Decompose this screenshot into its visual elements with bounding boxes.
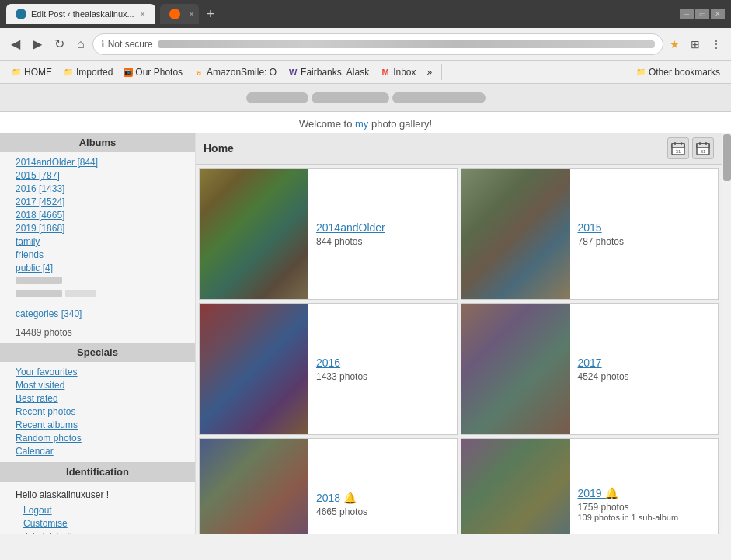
logout-link[interactable]: Logout: [23, 505, 52, 516]
album-title-link-2014[interactable]: 2014andOlder: [316, 221, 385, 234]
categories-link[interactable]: categories [340]: [16, 308, 82, 319]
album-title-link-2016[interactable]: 2016: [316, 357, 340, 369]
address-bar: ◀ ▶ ↻ ⌂ ℹ Not secure ★ ⊞ ⋮: [0, 28, 731, 61]
home-icons: 31 31: [667, 137, 714, 159]
welcome-text-post: photo gallery!: [368, 118, 432, 130]
list-item: Recent albums: [16, 418, 187, 431]
menu-button[interactable]: ⋮: [708, 35, 725, 54]
inactive-tab[interactable]: ✕: [160, 4, 199, 24]
not-secure-icon: ℹ: [101, 39, 105, 50]
list-item: 2014andOlder [844]: [16, 155, 187, 169]
list-item: 2018 [4665]: [16, 208, 187, 221]
bookmark-home[interactable]: 📁 HOME: [6, 65, 57, 79]
identification-section: Hello alaskalinuxuser ! Logout Customise…: [0, 485, 195, 534]
bookmark-other[interactable]: 📁 Other bookmarks: [631, 65, 725, 79]
restore-button[interactable]: ▭: [695, 9, 709, 19]
list-item: 2016 [1433]: [16, 182, 187, 195]
album-link-2016[interactable]: 2016 [1433]: [16, 183, 64, 194]
scrollbar-track[interactable]: [722, 133, 731, 534]
close-button[interactable]: ✕: [711, 9, 725, 19]
back-button[interactable]: ◀: [6, 33, 25, 54]
album-thumb-2015[interactable]: [461, 168, 570, 300]
album-thumb-2016[interactable]: [200, 303, 308, 435]
album-thumb-2019[interactable]: [461, 438, 570, 534]
svg-rect-1: [672, 144, 684, 148]
album-thumb-2018[interactable]: [200, 438, 308, 534]
photo-count-2017: 4524 photos: [578, 371, 711, 382]
album-card: 2017 4524 photos: [461, 303, 719, 435]
specials-link-visited[interactable]: Most visited: [16, 380, 64, 391]
album-thumb-2017[interactable]: [461, 303, 570, 435]
topbar-pill-2: [312, 92, 389, 103]
scrollbar-thumb[interactable]: [723, 134, 731, 181]
album-card: 2015 787 photos: [461, 168, 719, 300]
page-topbar: [0, 84, 731, 112]
gmail-icon: M: [380, 67, 391, 78]
album-link-friends[interactable]: friends: [16, 249, 44, 260]
album-link-extra2[interactable]: [16, 289, 96, 300]
album-link-2017[interactable]: 2017 [4524]: [16, 197, 64, 207]
tab2-close-button[interactable]: ✕: [188, 9, 195, 19]
list-item: Customise: [23, 517, 179, 530]
list-item: Recent photos: [16, 405, 187, 418]
forward-button[interactable]: ▶: [28, 33, 47, 54]
bookmark-fairbanks[interactable]: W Fairbanks, Alask: [283, 65, 374, 79]
not-secure-label: Not secure: [108, 39, 153, 50]
list-item: Calendar: [16, 444, 187, 457]
specials-link-recent-photos[interactable]: Recent photos: [16, 406, 75, 417]
album-link-extra1[interactable]: [16, 276, 62, 287]
bookmark-more[interactable]: »: [423, 65, 437, 79]
url-bar[interactable]: [158, 40, 655, 48]
bookmarks-bar: 📁 HOME 📁 Imported 📷 Our Photos a AmazonS…: [0, 61, 731, 84]
svg-rect-6: [697, 144, 709, 148]
album-link-family[interactable]: family: [16, 236, 40, 247]
album-grid: 2014andOlder 844 photos 2015 787 photos: [196, 165, 722, 534]
tab-orange-icon: [169, 9, 180, 19]
album-title-link-2017[interactable]: 2017: [578, 357, 602, 369]
album-title-link-2015[interactable]: 2015: [578, 221, 602, 234]
specials-link-calendar[interactable]: Calendar: [16, 446, 54, 457]
album-link-2018[interactable]: 2018 [4665]: [16, 210, 64, 221]
new-tab-button[interactable]: +: [202, 6, 220, 23]
specials-link-recent-albums[interactable]: Recent albums: [16, 419, 78, 430]
list-item: 2019 [1868]: [16, 221, 187, 235]
minimize-button[interactable]: ─: [680, 9, 694, 19]
extensions-button[interactable]: ⊞: [687, 35, 703, 54]
bookmark-amazon-label: AmazonSmile: O: [207, 67, 277, 78]
fairbanks-icon: W: [287, 67, 298, 78]
list-item: 2015 [787]: [16, 169, 187, 182]
album-thumb-2014[interactable]: [200, 168, 308, 300]
calendar-icon-2[interactable]: 31: [692, 137, 714, 159]
album-link-2019[interactable]: 2019 [1868]: [16, 223, 64, 234]
specials-link-favourites[interactable]: Your favourites: [16, 367, 78, 377]
bookmark-our-photos[interactable]: 📷 Our Photos: [119, 65, 187, 79]
refresh-button[interactable]: ↻: [50, 33, 69, 54]
bookmark-star-button[interactable]: ★: [667, 35, 683, 54]
album-link-2014[interactable]: 2014andOlder [844]: [16, 157, 98, 168]
bookmark-imported[interactable]: 📁 Imported: [58, 65, 117, 79]
bookmark-inbox[interactable]: M Inbox: [375, 65, 420, 79]
list-item: Administration: [23, 530, 179, 534]
administration-link[interactable]: Administration: [23, 531, 82, 534]
tab-close-button[interactable]: ✕: [139, 9, 146, 19]
specials-link-rated[interactable]: Best rated: [16, 393, 58, 404]
svg-text:31: 31: [676, 149, 681, 154]
tab-wp-icon: [16, 9, 26, 19]
topbar-pill-1: [246, 92, 308, 103]
bookmark-inbox-label: Inbox: [393, 67, 416, 78]
album-title-link-2018[interactable]: 2018 🔔: [316, 492, 357, 504]
bookmark-amazon[interactable]: a AmazonSmile: O: [189, 65, 281, 79]
photo-count-2016: 1433 photos: [316, 371, 449, 382]
active-tab[interactable]: Edit Post ‹ thealaskalinux... ✕: [6, 4, 155, 24]
calendar-icon-1[interactable]: 31: [667, 137, 689, 159]
album-link-public[interactable]: public [4]: [16, 263, 53, 273]
welcome-link[interactable]: my: [355, 118, 368, 130]
specials-link-random[interactable]: Random photos: [16, 433, 82, 443]
more-bookmarks-label: »: [427, 67, 433, 78]
album-info-2014: 2014andOlder 844 photos: [308, 215, 457, 253]
list-item: Best rated: [16, 391, 187, 405]
album-title-link-2019[interactable]: 2019 🔔: [578, 487, 618, 499]
home-nav-button[interactable]: ⌂: [72, 34, 89, 54]
album-link-2015[interactable]: 2015 [787]: [16, 170, 60, 181]
customise-link[interactable]: Customise: [23, 518, 68, 529]
